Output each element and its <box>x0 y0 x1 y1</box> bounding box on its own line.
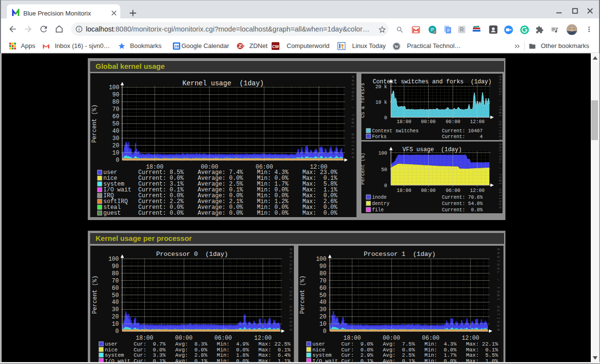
svg-text:Processor 0 (1day): Processor 0 (1day) <box>156 251 228 258</box>
svg-text:20: 20 <box>320 314 326 320</box>
svg-text:Kernel usage (1day): Kernel usage (1day) <box>182 79 264 87</box>
svg-text:N: N <box>242 45 244 47</box>
svg-text:system Cur: 3.3% Avg: 2.: system Cur: 3.3% Avg: 2.8% Min: 1.8% Max… <box>105 352 291 358</box>
svg-text:06:00: 06:00 <box>422 335 439 342</box>
svg-text:Percent (%): Percent (%) <box>299 275 306 314</box>
svg-text:file Curren: file Current: 0.0% <box>372 207 483 213</box>
svg-text:100: 100 <box>108 256 119 263</box>
svg-text:RRDTOOL / TOBI OETIKER: RRDTOOL / TOBI OETIKER <box>498 76 502 140</box>
svg-text:Context switches Curren: Context switches Current: 10407 <box>372 128 483 134</box>
svg-text:50: 50 <box>320 292 326 299</box>
svg-text:100: 100 <box>109 84 119 91</box>
svg-text:50: 50 <box>112 292 119 299</box>
svg-text:10: 10 <box>113 150 119 157</box>
svg-text:nice Cur: 0.0% Avg: 0.: nice Cur: 0.0% Avg: 0.0% Min: 0.0% Max: … <box>312 347 498 353</box>
svg-text:W: W <box>394 44 399 49</box>
svg-text:20: 20 <box>112 314 119 320</box>
svg-text:inode Curren: inode Current: 70.6% <box>372 195 483 200</box>
svg-text:70: 70 <box>113 106 119 113</box>
svg-text:18:00: 18:00 <box>343 335 361 342</box>
svg-text:40: 40 <box>113 128 119 135</box>
svg-text:80: 80 <box>113 99 119 106</box>
svg-text:0: 0 <box>323 328 326 335</box>
svg-text:06:00: 06:00 <box>214 335 232 342</box>
svg-text:40: 40 <box>112 299 119 306</box>
svg-text:60: 60 <box>320 285 326 292</box>
svg-text:dentry Curren: dentry Current: 54.0% <box>372 201 483 206</box>
svg-text:10: 10 <box>320 321 326 328</box>
svg-text:CS & forks/s: CS & forks/s <box>361 83 366 118</box>
svg-text:Percent (%): Percent (%) <box>91 104 98 142</box>
svg-text:06:00: 06:00 <box>446 188 460 193</box>
svg-text:100: 100 <box>316 256 326 263</box>
svg-text:90: 90 <box>320 263 326 270</box>
svg-text:0: 0 <box>116 157 119 164</box>
svg-text:70: 70 <box>112 278 119 285</box>
svg-text:60: 60 <box>113 113 119 120</box>
svg-text:18:00: 18:00 <box>397 119 411 125</box>
svg-text:12:00: 12:00 <box>470 119 485 125</box>
svg-text:00:00: 00:00 <box>383 335 400 342</box>
svg-text:12:00: 12:00 <box>254 335 272 342</box>
svg-text:00:00: 00:00 <box>421 188 436 193</box>
svg-text:CW: CW <box>272 44 279 49</box>
svg-text:50: 50 <box>381 167 387 173</box>
svg-text:20 k: 20 k <box>375 84 387 90</box>
svg-text:user Cur: 9.7% Avg: 8.: user Cur: 9.7% Avg: 8.3% Min: 4.9% Max: … <box>105 341 291 347</box>
svg-text:06:00: 06:00 <box>446 119 460 125</box>
svg-text:0: 0 <box>115 328 119 335</box>
svg-text:0: 0 <box>384 183 387 189</box>
svg-text:20: 20 <box>113 142 119 149</box>
svg-text:50: 50 <box>113 121 119 127</box>
svg-text:00:00: 00:00 <box>175 335 193 342</box>
svg-text:80: 80 <box>112 270 119 277</box>
svg-text:90: 90 <box>113 92 119 98</box>
svg-text:10 k: 10 k <box>375 100 387 105</box>
svg-text:12:00: 12:00 <box>470 188 485 193</box>
svg-text:Percent (%): Percent (%) <box>92 275 98 314</box>
svg-text:28: 28 <box>175 44 179 48</box>
svg-text:18:00: 18:00 <box>397 188 411 193</box>
svg-text:Processor 1 (1day): Processor 1 (1day) <box>364 251 436 258</box>
svg-text:100: 100 <box>378 151 387 156</box>
svg-text:Context switches and forks (1: Context switches and forks (1day) <box>373 79 492 85</box>
svg-text:18:00: 18:00 <box>136 335 153 342</box>
svg-text:12:00: 12:00 <box>462 335 479 342</box>
svg-text:guest Current: 0.0% Ave: guest Current: 0.0% Average: 0.0% Min: 0… <box>103 210 338 217</box>
svg-text:RRDTOOL / TOBI OETIKER: RRDTOOL / TOBI OETIKER <box>498 143 502 209</box>
svg-text:Percent (%): Percent (%) <box>361 153 366 185</box>
svg-text:RRDTOOL / TOBI OETIKER: RRDTOOL / TOBI OETIKER <box>351 76 355 160</box>
svg-text:00:00: 00:00 <box>421 119 436 125</box>
svg-text:system Cur: 2.9% Avg: 2.: system Cur: 2.9% Avg: 2.5% Min: 1.7% Max… <box>312 352 498 358</box>
svg-text:nice Cur: 0.0% Avg: 0.: nice Cur: 0.0% Avg: 0.0% Min: 0.0% Max: … <box>105 347 291 353</box>
svg-text:60: 60 <box>112 285 119 292</box>
svg-text:30: 30 <box>112 306 119 313</box>
svg-text:user Cur: 9.0% Avg: 7.: user Cur: 9.0% Avg: 7.5% Min: 4.3% Max: … <box>312 341 498 347</box>
svg-text:RRDTOOL / TOBI OETIKER: RRDTOOL / TOBI OETIKER <box>289 248 293 332</box>
svg-text:VFS usage (1day): VFS usage (1day) <box>403 146 462 153</box>
svg-text:Forks Curren: Forks Current: 4 <box>372 134 483 140</box>
svg-text:10: 10 <box>112 321 119 328</box>
svg-text:80: 80 <box>320 270 326 277</box>
svg-text:70: 70 <box>320 278 326 285</box>
svg-text:90: 90 <box>112 263 119 270</box>
svg-text:RRDTOOL / TOBI OETIKER: RRDTOOL / TOBI OETIKER <box>496 248 501 332</box>
svg-text:I/O wait Cur: 0.1% Avg: 0.: I/O wait Cur: 0.1% Avg: 0.1% Min: 0.0% M… <box>312 358 498 363</box>
svg-text:I/O wait Cur: 0.1% Avg: 0.: I/O wait Cur: 0.1% Avg: 0.1% Min: 0.0% M… <box>105 358 291 363</box>
svg-text:0: 0 <box>384 115 387 121</box>
svg-text:40: 40 <box>320 299 326 306</box>
svg-text:30: 30 <box>320 306 326 313</box>
svg-text:30: 30 <box>113 135 119 142</box>
